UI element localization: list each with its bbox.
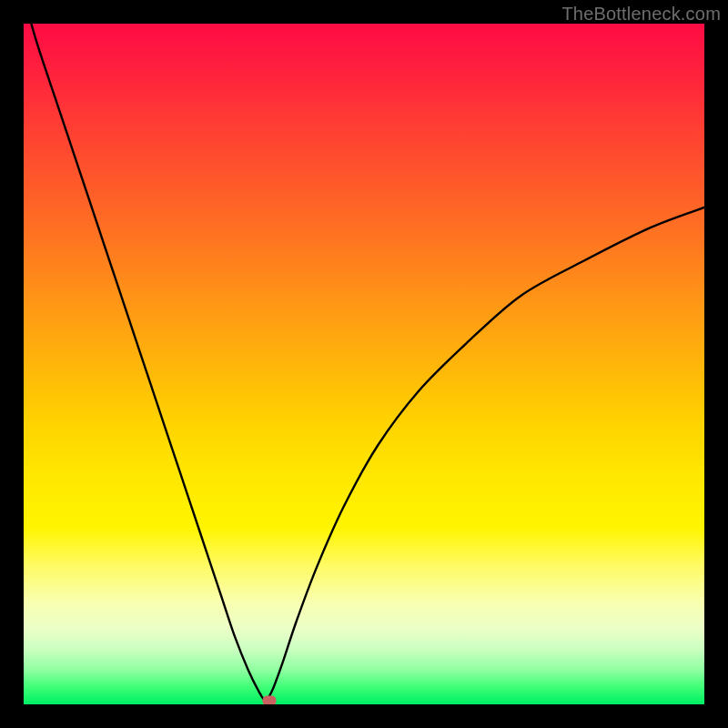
optimal-point-marker — [263, 695, 277, 704]
chart-frame: TheBottleneck.com — [0, 0, 728, 728]
watermark-text: TheBottleneck.com — [561, 4, 721, 25]
bottleneck-curve — [24, 24, 704, 704]
plot-area — [24, 24, 704, 704]
